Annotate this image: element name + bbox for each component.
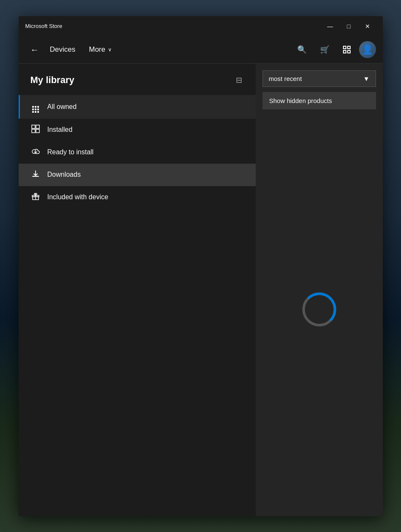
spinner-area [263, 109, 376, 510]
nav-more-label: More [89, 45, 105, 54]
nav-bar: ← Devices More ∨ 🔍 🛒 [19, 36, 383, 64]
avatar-icon: 👤 [362, 44, 373, 55]
app-window: Microsoft Store — □ ✕ ← Devices More ∨ 🔍… [19, 16, 383, 516]
sidebar-item-included-with-device[interactable]: Included with device [19, 186, 256, 209]
minimize-button[interactable]: — [322, 20, 339, 33]
library-icon [343, 46, 351, 53]
sidebar-item-installed[interactable]: Installed [19, 119, 256, 141]
installed-icon [30, 125, 41, 135]
sidebar: My library ⊟ [19, 64, 256, 516]
sidebar-ready-label: Ready to install [47, 148, 94, 156]
cart-button[interactable]: 🛒 [315, 42, 335, 58]
chevron-down-icon: ▼ [363, 75, 370, 82]
nav-more[interactable]: More ∨ [83, 42, 118, 57]
right-panel: most recent ▼ Show hidden products [256, 64, 383, 516]
loading-spinner [302, 292, 336, 326]
cloud-download-icon [30, 147, 41, 158]
sidebar-title: My library [30, 75, 75, 86]
sidebar-item-ready-to-install[interactable]: Ready to install [19, 141, 256, 164]
search-icon: 🔍 [297, 45, 307, 54]
back-button[interactable]: ← [25, 42, 44, 58]
search-button[interactable]: 🔍 [292, 42, 312, 58]
svg-rect-1 [36, 125, 39, 128]
cart-icon: 🛒 [320, 45, 329, 54]
sidebar-header: My library ⊟ [19, 74, 256, 95]
grid-icon [30, 101, 41, 113]
more-chevron-icon: ∨ [108, 47, 112, 53]
sort-label: most recent [269, 75, 302, 82]
nav-actions: 🔍 🛒 👤 [292, 41, 376, 58]
title-bar: Microsoft Store — □ ✕ [19, 16, 383, 36]
svg-rect-2 [32, 129, 35, 133]
nav-devices-label: Devices [50, 45, 75, 54]
close-button[interactable]: ✕ [359, 20, 376, 33]
nav-devices[interactable]: Devices [44, 42, 81, 57]
title-bar-left: Microsoft Store [25, 23, 62, 29]
sidebar-item-all-owned[interactable]: All owned [19, 95, 256, 119]
app-title: Microsoft Store [25, 23, 62, 29]
sidebar-all-owned-label: All owned [47, 103, 77, 111]
title-bar-controls: — □ ✕ [322, 20, 376, 33]
nav-items: Devices More ∨ [44, 42, 292, 57]
gift-icon [30, 192, 41, 203]
download-icon [30, 170, 41, 180]
main-content: My library ⊟ [19, 64, 383, 516]
spinner-arc [302, 292, 336, 326]
svg-rect-3 [36, 129, 39, 133]
user-avatar-button[interactable]: 👤 [359, 41, 376, 58]
sidebar-item-downloads[interactable]: Downloads [19, 164, 256, 186]
svg-rect-0 [32, 125, 35, 128]
sidebar-installed-label: Installed [47, 126, 73, 134]
show-hidden-products-button[interactable]: Show hidden products [263, 92, 376, 109]
pin-icon: ⊟ [236, 76, 242, 84]
sidebar-included-label: Included with device [47, 193, 108, 201]
pin-button[interactable]: ⊟ [234, 74, 244, 86]
sidebar-downloads-label: Downloads [47, 171, 81, 178]
library-button[interactable] [338, 42, 356, 57]
sort-dropdown[interactable]: most recent ▼ [263, 70, 376, 87]
maximize-button[interactable]: □ [340, 20, 357, 33]
